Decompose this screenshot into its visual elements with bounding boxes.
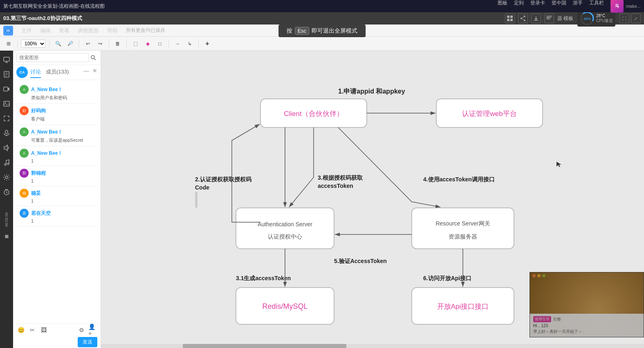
- cursor-indicator: [556, 161, 562, 167]
- svg-line-7: [522, 17, 524, 18]
- fullscreen-btn[interactable]: ⛶: [619, 13, 629, 23]
- topbar-action-toolbar[interactable]: 工具栏: [589, 0, 604, 13]
- svg-line-8: [522, 19, 524, 20]
- avatar: 若: [20, 209, 29, 218]
- timer-icon[interactable]: [1, 186, 12, 198]
- complete-label: 完整: [553, 317, 561, 322]
- resource-server-label2: 资源服务器: [449, 233, 477, 240]
- format-btn[interactable]: ⬚: [130, 39, 141, 49]
- menu-file[interactable]: 文件: [18, 26, 35, 35]
- cpu-indicator: 46%: [580, 11, 595, 26]
- canvas-scrollbar[interactable]: [101, 344, 644, 348]
- svg-rect-2: [507, 19, 509, 21]
- chat-tab-discuss[interactable]: 讨论: [30, 67, 41, 78]
- step3-label-2: accessToken: [318, 183, 353, 189]
- send-button[interactable]: 发送: [78, 337, 97, 347]
- emoji-btn[interactable]: 😊: [16, 326, 25, 335]
- video-notification-bar: 使用引导 完整 Hi，123 早上好～美好一天开始了～: [530, 314, 644, 337]
- resource-server-box[interactable]: [412, 208, 514, 249]
- avatar: 郭: [20, 169, 29, 178]
- arrow-elbow-btn[interactable]: ↳: [184, 39, 195, 49]
- topbar-action-dingdao[interactable]: 定到: [514, 0, 524, 13]
- left-icon-strip: 00:32:00 录制监控: [0, 51, 13, 348]
- layout-toggle-btn[interactable]: ⊞: [3, 39, 14, 49]
- user-add-btn[interactable]: 👤+: [88, 326, 97, 335]
- chat-panel-header: CA 讨论 成员(133) — ✕: [13, 65, 101, 80]
- mic-icon[interactable]: [1, 127, 12, 139]
- undo-btn[interactable]: ↩: [83, 39, 93, 49]
- topbar-action-denglu[interactable]: 登录卡: [530, 0, 545, 13]
- search-button[interactable]: [89, 54, 97, 62]
- image-upload-btn[interactable]: 🖼: [39, 326, 48, 335]
- username-label: A_New Bee！: [31, 150, 63, 157]
- chat-close-btn[interactable]: ✕: [92, 67, 97, 74]
- image-icon[interactable]: [1, 98, 12, 109]
- ppt-icon[interactable]: [1, 69, 12, 80]
- settings-chat-btn[interactable]: ⚙: [77, 326, 86, 335]
- chat-tab-members[interactable]: 成员(133): [46, 67, 69, 78]
- step2-label-1: 2.认证授权获取授权码: [195, 176, 251, 183]
- video-content: 使用引导 完整 Hi，123 早上好～美好一天开始了～: [530, 272, 644, 337]
- scissors-btn[interactable]: ✂: [28, 326, 37, 335]
- search-input[interactable]: [16, 53, 89, 62]
- settings-icon[interactable]: [1, 172, 12, 183]
- message-text: 类似用户名和密码: [20, 95, 94, 101]
- client-label: Client（合伙伙伴）: [284, 110, 343, 118]
- menu-adjust[interactable]: 调整图形: [74, 26, 102, 35]
- cpu-label: CPU量度: [596, 18, 613, 24]
- window-title: 第七期互联网安全全策划-流程画图-在线流程图: [3, 3, 105, 10]
- menu-view[interactable]: 查看: [56, 26, 73, 35]
- canvas-scrollbar-thumb[interactable]: [183, 344, 346, 348]
- arrow-client-step3: [289, 127, 314, 207]
- music-icon[interactable]: [1, 157, 12, 168]
- left-sidebar: CA 讨论 成员(133) — ✕ A A_New Bee！: [13, 51, 101, 348]
- template-label[interactable]: 器 模板: [557, 15, 573, 22]
- toolbar-separator-4: [109, 40, 109, 48]
- toolbar-separator: [17, 40, 18, 48]
- zoom-in-btn[interactable]: 🔍: [53, 39, 63, 49]
- zoom-select[interactable]: 100% 75% 150%: [21, 40, 46, 48]
- esc-prefix: 按: [287, 27, 292, 35]
- speaker-icon[interactable]: [1, 142, 12, 154]
- arrow-right-btn[interactable]: →: [172, 39, 183, 49]
- saved-notice: 所有更改均已保存: [126, 27, 165, 34]
- zoom-out-btn[interactable]: 🔎: [65, 39, 76, 49]
- step31-label: 3.1生成accessToken: [236, 275, 291, 281]
- topbar-action-zheshou[interactable]: 浙手: [573, 0, 583, 13]
- download-btn[interactable]: [531, 13, 541, 23]
- list-item: 若 若在天空 1: [16, 206, 97, 226]
- view-toggle-btn[interactable]: [505, 13, 515, 23]
- topbar-action-tuban[interactable]: 图板: [498, 0, 507, 13]
- topbar-action-zhonguo[interactable]: 竖中国: [552, 0, 566, 13]
- svg-point-25: [5, 103, 6, 104]
- share-screen-icon[interactable]: [1, 54, 12, 65]
- svg-point-32: [91, 56, 94, 59]
- redis-label: Redis/MySQL: [262, 302, 307, 310]
- expand-icon[interactable]: [1, 113, 12, 124]
- delete-btn[interactable]: 🗑: [112, 39, 123, 49]
- message-text: 1: [20, 158, 94, 163]
- redo-btn[interactable]: ↪: [95, 39, 105, 49]
- top-title-bar: 第七期互联网安全全策划-流程画图-在线流程图 图板 定到 登录卡 竖中国 浙手 …: [0, 0, 644, 12]
- menu-help[interactable]: 帮助: [104, 26, 121, 35]
- expand-btn[interactable]: ⤢: [631, 13, 641, 23]
- video-icon[interactable]: [1, 83, 12, 95]
- share-btn[interactable]: [518, 13, 528, 23]
- arrow-authserver-to-client: [232, 124, 260, 222]
- resize-handle[interactable]: [195, 192, 197, 208]
- user-avatar[interactable]: 马: [610, 0, 624, 13]
- auth-server-box[interactable]: [236, 208, 334, 249]
- add-btn[interactable]: +: [202, 39, 213, 49]
- grid-layout-btn[interactable]: [544, 13, 554, 23]
- message-text: 1: [20, 219, 94, 223]
- menu-edit[interactable]: 编辑: [37, 26, 54, 35]
- fill-btn[interactable]: ◆: [142, 39, 153, 49]
- chat-minimize-btn[interactable]: —: [83, 67, 89, 74]
- stroke-color-btn[interactable]: □: [155, 39, 165, 49]
- chat-toolbar: 😊 ✂ 🖼 ⚙ 👤+: [16, 326, 97, 335]
- diagram-canvas-area[interactable]: 1.申请appid 和appkey Client（合伙伙伴） 认证管理web平台…: [101, 51, 644, 348]
- left-panel: 00:32:00 录制监控 CA 讨论 成员(133): [0, 51, 101, 348]
- step1-label: 1.申请appid 和appkey: [338, 87, 405, 95]
- avatar: A: [20, 149, 29, 158]
- greeting-text: 早上好～美好一天开始了～: [533, 329, 640, 335]
